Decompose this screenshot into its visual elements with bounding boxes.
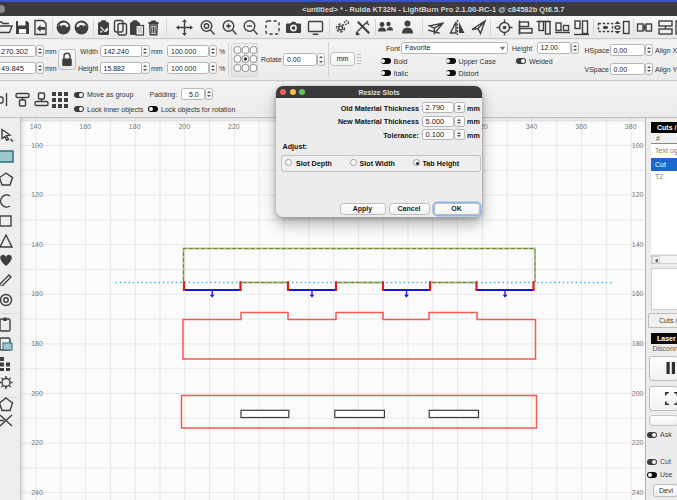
svg-text:120: 120 [31, 191, 43, 198]
svg-text:200: 200 [632, 390, 644, 397]
svg-text:100: 100 [632, 142, 644, 149]
svg-text:200: 200 [31, 390, 43, 397]
svg-text:180: 180 [632, 340, 644, 347]
svg-text:160: 160 [31, 290, 43, 297]
svg-text:140: 140 [30, 123, 42, 130]
svg-text:100: 100 [31, 142, 43, 149]
svg-text:180: 180 [31, 340, 43, 347]
svg-text:220: 220 [632, 439, 644, 446]
svg-text:220: 220 [228, 123, 240, 130]
svg-text:160: 160 [79, 123, 91, 130]
svg-text:140: 140 [632, 241, 644, 248]
svg-text:240: 240 [31, 489, 43, 496]
svg-text:200: 200 [178, 123, 190, 130]
svg-text:240: 240 [632, 489, 644, 496]
svg-text:180: 180 [129, 123, 141, 130]
svg-text:140: 140 [31, 241, 43, 248]
svg-text:120: 120 [632, 191, 644, 198]
svg-text:160: 160 [632, 290, 644, 297]
svg-text:340: 340 [526, 123, 538, 130]
svg-text:220: 220 [31, 439, 43, 446]
svg-text:360: 360 [575, 123, 587, 130]
svg-text:380: 380 [625, 123, 637, 130]
